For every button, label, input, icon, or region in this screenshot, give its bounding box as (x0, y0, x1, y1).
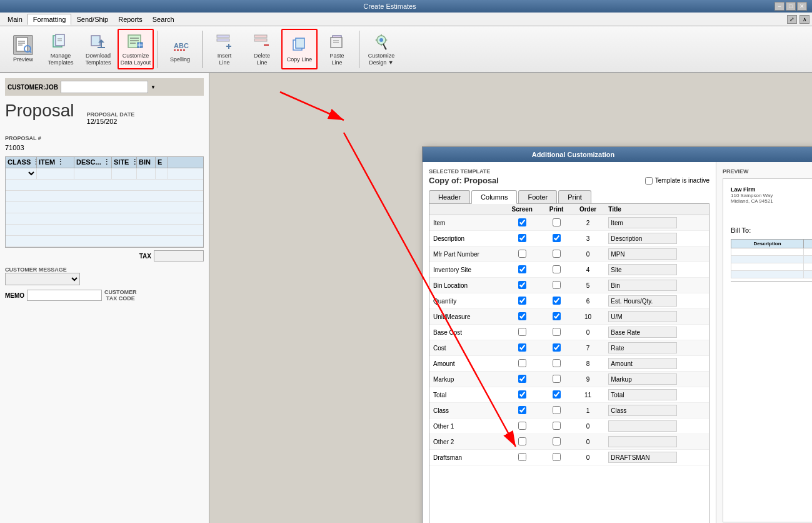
insert-line-btn[interactable]: InsertLine (206, 29, 243, 69)
customize-icon (126, 33, 146, 51)
title-input-9[interactable] (608, 358, 677, 369)
screen-checkbox-5[interactable] (518, 297, 526, 305)
print-checkbox-5[interactable] (553, 297, 561, 305)
print-checkbox-14[interactable] (553, 437, 561, 445)
spelling-btn[interactable]: ABC Spelling (162, 29, 198, 69)
col-item: ITEM ⋮ (37, 157, 74, 168)
grid-row-1 (6, 168, 203, 180)
print-checkbox-7[interactable] (553, 328, 561, 336)
title-input-0[interactable] (608, 217, 677, 228)
customize-design-btn[interactable]: CustomizeDesign ▼ (363, 29, 399, 69)
print-checkbox-0[interactable] (553, 218, 561, 226)
paste-line-btn[interactable]: PasteLine (319, 29, 355, 69)
screen-checkbox-15[interactable] (518, 453, 526, 461)
delete-line-btn[interactable]: DeleteLine (244, 29, 280, 69)
menu-formatting[interactable]: Formatting (28, 14, 72, 25)
maximize-btn[interactable]: □ (786, 2, 796, 11)
title-input-14[interactable] (608, 436, 677, 447)
inactive-checkbox[interactable] (645, 177, 653, 185)
print-checkbox-6[interactable] (553, 312, 561, 320)
svg-line-42 (383, 44, 386, 49)
title-input-15[interactable] (608, 452, 677, 463)
col-order-7: 0 (571, 325, 605, 340)
col-order-4: 5 (571, 278, 605, 293)
dialog-close-btn[interactable]: ✕ (719, 150, 812, 160)
menu-sendship[interactable]: Send/Ship (71, 14, 113, 24)
col-field-3: Inventory Site (429, 262, 503, 278)
title-input-2[interactable] (608, 248, 677, 260)
screen-checkbox-8[interactable] (518, 343, 526, 352)
screen-checkbox-3[interactable] (518, 265, 526, 273)
print-checkbox-10[interactable] (553, 375, 561, 383)
screen-checkbox-11[interactable] (518, 390, 526, 399)
preview-table: Description Est. Hours/Qty. U/M Rate Tot… (731, 239, 812, 278)
title-input-5[interactable] (608, 295, 677, 307)
print-checkbox-13[interactable] (553, 422, 561, 430)
copy-line-btn[interactable]: Copy Line (281, 29, 318, 69)
screen-checkbox-10[interactable] (518, 375, 526, 383)
title-input-1[interactable] (608, 233, 677, 244)
download-templates-btn[interactable]: DownloadTemplates (80, 29, 116, 69)
print-checkbox-2[interactable] (553, 250, 561, 258)
menu-main[interactable]: Main (3, 14, 28, 24)
memo-input[interactable] (27, 290, 102, 301)
title-input-7[interactable] (608, 327, 677, 338)
close-btn[interactable]: ✕ (797, 2, 807, 11)
expand-btn[interactable]: ⤢ (787, 15, 797, 24)
title-input-6[interactable] (608, 311, 677, 322)
tab-header[interactable]: Header (429, 190, 470, 204)
screen-checkbox-12[interactable] (518, 406, 526, 414)
delete-line-label: DeleteLine (254, 53, 270, 66)
minimize-btn[interactable]: − (774, 2, 784, 11)
col-title-7 (604, 325, 709, 340)
title-input-8[interactable] (608, 342, 677, 353)
customize-data-layout-btn[interactable]: CustomizeData Layout (118, 29, 154, 69)
title-input-10[interactable] (608, 373, 677, 385)
col-field-10: Markup (429, 372, 503, 387)
title-input-11[interactable] (608, 389, 677, 400)
screen-checkbox-2[interactable] (518, 250, 526, 258)
print-checkbox-4[interactable] (553, 281, 561, 289)
print-checkbox-8[interactable] (553, 343, 561, 352)
customer-job-input[interactable] (61, 81, 148, 93)
tab-footer[interactable]: Footer (518, 190, 557, 204)
col-print-8 (541, 340, 571, 356)
tab-print[interactable]: Print (558, 190, 591, 204)
print-checkbox-12[interactable] (553, 406, 561, 414)
menu-search[interactable]: Search (148, 14, 179, 24)
manage-icon (51, 32, 71, 51)
print-checkbox-1[interactable] (553, 234, 561, 242)
title-input-4[interactable] (608, 280, 677, 291)
title-input-13[interactable] (608, 420, 677, 432)
customer-message-select[interactable] (5, 273, 80, 285)
print-checkbox-15[interactable] (553, 453, 561, 461)
print-checkbox-3[interactable] (553, 265, 561, 273)
selected-template-label: SELECTED TEMPLATE (429, 168, 709, 175)
preview-bill-to: Bill To: (731, 226, 812, 234)
svg-text:ABC: ABC (174, 42, 189, 49)
col-title-3 (604, 262, 709, 278)
proposal-title: Proposal (5, 101, 74, 121)
screen-checkbox-13[interactable] (518, 422, 526, 430)
preview-btn[interactable]: Preview (5, 29, 41, 69)
screen-checkbox-1[interactable] (518, 234, 526, 242)
screen-checkbox-0[interactable] (518, 218, 526, 226)
tab-columns[interactable]: Columns (471, 190, 517, 204)
screen-checkbox-14[interactable] (518, 437, 526, 445)
manage-templates-btn[interactable]: ManageTemplates (43, 29, 79, 69)
menu-reports[interactable]: Reports (113, 14, 148, 24)
title-input-12[interactable] (608, 405, 677, 416)
dialog-left-panel: SELECTED TEMPLATE Copy of: Proposal Temp… (423, 162, 716, 523)
screen-checkbox-4[interactable] (518, 281, 526, 289)
print-checkbox-11[interactable] (553, 390, 561, 399)
screen-checkbox-9[interactable] (518, 359, 526, 367)
col-field-13: Other 1 (429, 419, 503, 434)
screen-checkbox-7[interactable] (518, 328, 526, 336)
customer-dropdown-icon[interactable]: ▼ (151, 84, 156, 90)
print-checkbox-9[interactable] (553, 359, 561, 367)
svg-point-37 (379, 38, 383, 42)
tax-input[interactable] (154, 250, 204, 262)
screen-checkbox-6[interactable] (518, 312, 526, 320)
collapse-btn[interactable]: ∧ (799, 15, 809, 24)
title-input-3[interactable] (608, 264, 677, 275)
